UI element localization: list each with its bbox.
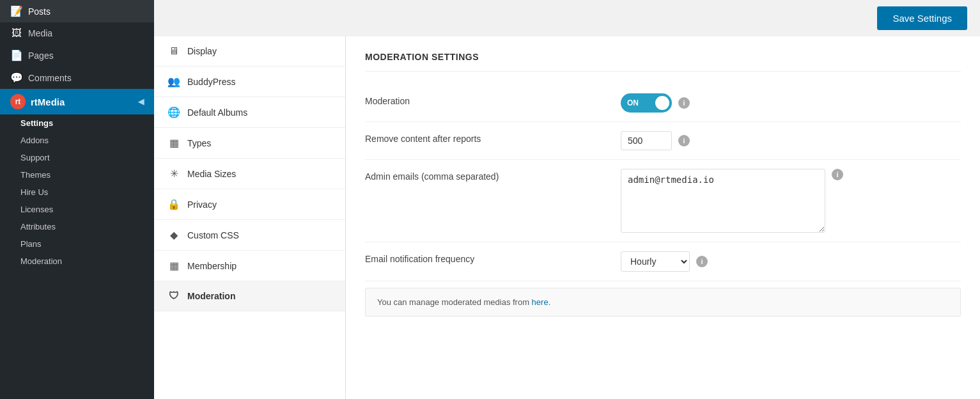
default-albums-icon: 🌐	[167, 106, 181, 118]
subnav-display[interactable]: 🖥 Display	[154, 36, 345, 66]
display-icon: 🖥	[167, 45, 181, 57]
sidebar-item-comments[interactable]: 💬 Comments	[0, 66, 154, 89]
sidebar-subitem-plans[interactable]: Plans	[0, 235, 154, 253]
media-sizes-icon: ✳	[167, 168, 181, 180]
subnav-default-albums[interactable]: 🌐 Default Albums	[154, 97, 345, 128]
admin-emails-control: admin@rtmedia.io i	[621, 169, 843, 233]
email-frequency-row: Email notification frequency Hourly Dail…	[365, 242, 961, 281]
subnav-buddypress[interactable]: 👥 BuddyPress	[154, 66, 345, 97]
pages-icon: 📄	[10, 49, 23, 61]
moderation-toggle[interactable]: ON	[621, 93, 672, 113]
content-area: 🖥 Display 👥 BuddyPress 🌐 Default Albums …	[154, 36, 980, 399]
toggle-knob	[655, 96, 669, 110]
info-box: You can manage moderated medias from her…	[365, 288, 961, 317]
rtmedia-arrow: ◀	[138, 97, 144, 106]
sidebar-item-posts[interactable]: 📝 Posts	[0, 0, 154, 22]
subnav-privacy[interactable]: 🔒 Privacy	[154, 189, 345, 220]
sidebar-subitem-support[interactable]: Support	[0, 149, 154, 166]
main-content: Save Settings 🖥 Display 👥 BuddyPress 🌐 D…	[154, 0, 980, 399]
sidebar-subitem-addons[interactable]: Addons	[0, 132, 154, 149]
settings-panel: MODERATION SETTINGS Moderation ON i Remo…	[346, 36, 980, 399]
sidebar-subitem-attributes[interactable]: Attributes	[0, 218, 154, 235]
subnav-moderation[interactable]: 🛡 Moderation	[154, 281, 345, 311]
remove-content-info-icon[interactable]: i	[678, 135, 690, 146]
sidebar-item-pages[interactable]: 📄 Pages	[0, 44, 154, 66]
sidebar-subitem-moderation[interactable]: Moderation	[0, 253, 154, 270]
membership-icon: ▦	[167, 260, 181, 272]
buddypress-icon: 👥	[167, 75, 181, 88]
admin-emails-row: Admin emails (comma separated) admin@rtm…	[365, 160, 961, 242]
moderation-control: ON i	[621, 93, 690, 113]
sidebar-item-media[interactable]: 🖼 Media	[0, 22, 154, 44]
sidebar-subitem-hire-us[interactable]: Hire Us	[0, 184, 154, 201]
save-settings-button[interactable]: Save Settings	[877, 6, 967, 30]
sidebar-item-rtmedia[interactable]: rt rtMedia ◀	[0, 89, 154, 114]
moderation-toggle-row: Moderation ON i	[365, 84, 961, 122]
email-frequency-control: Hourly Daily Weekly i	[621, 251, 708, 272]
info-box-text: You can manage moderated medias from	[377, 297, 532, 307]
sidebar-subitem-themes[interactable]: Themes	[0, 166, 154, 184]
subnav-membership[interactable]: ▦ Membership	[154, 251, 345, 281]
comments-icon: 💬	[10, 72, 23, 84]
subnav-media-sizes[interactable]: ✳ Media Sizes	[154, 159, 345, 189]
settings-section-title: MODERATION SETTINGS	[365, 52, 961, 72]
moderation-icon: 🛡	[167, 290, 181, 302]
email-frequency-select[interactable]: Hourly Daily Weekly	[621, 251, 690, 272]
sidebar: 📝 Posts 🖼 Media 📄 Pages 💬 Comments rt rt…	[0, 0, 154, 399]
admin-emails-label: Admin emails (comma separated)	[365, 169, 608, 182]
email-frequency-info-icon[interactable]: i	[696, 256, 708, 267]
subnav-custom-css[interactable]: ◆ Custom CSS	[154, 220, 345, 251]
remove-content-label: Remove content after reports	[365, 131, 608, 144]
subnav-types[interactable]: ▦ Types	[154, 128, 345, 159]
custom-css-icon: ◆	[167, 229, 181, 241]
admin-emails-info-icon[interactable]: i	[832, 169, 843, 180]
remove-content-control: i	[621, 131, 690, 150]
posts-icon: 📝	[10, 5, 23, 17]
remove-content-input[interactable]	[621, 131, 672, 150]
sub-nav: 🖥 Display 👥 BuddyPress 🌐 Default Albums …	[154, 36, 346, 399]
remove-content-row: Remove content after reports i	[365, 122, 961, 160]
rtmedia-icon: rt	[10, 94, 26, 109]
info-box-link[interactable]: here.	[532, 297, 551, 307]
admin-emails-textarea[interactable]: admin@rtmedia.io	[621, 169, 825, 233]
sidebar-subitem-settings[interactable]: Settings	[0, 114, 154, 132]
privacy-icon: 🔒	[167, 198, 181, 210]
moderation-label: Moderation	[365, 93, 608, 106]
media-icon: 🖼	[10, 27, 23, 39]
sidebar-subitem-licenses[interactable]: Licenses	[0, 201, 154, 218]
types-icon: ▦	[167, 137, 181, 149]
toggle-on-label: ON	[627, 98, 639, 107]
email-frequency-label: Email notification frequency	[365, 251, 608, 264]
moderation-info-icon[interactable]: i	[678, 97, 690, 109]
top-bar: Save Settings	[154, 0, 980, 36]
